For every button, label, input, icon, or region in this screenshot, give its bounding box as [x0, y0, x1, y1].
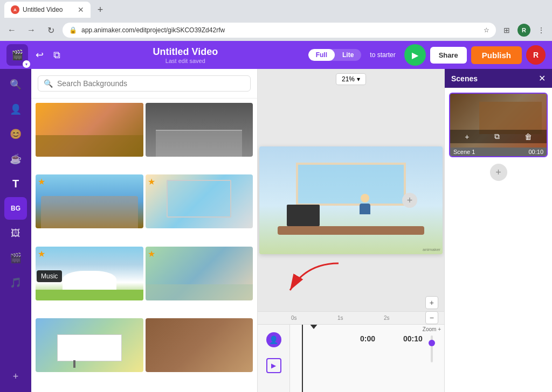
- watermark: animaker: [423, 247, 440, 252]
- share-button[interactable]: Share: [430, 47, 467, 64]
- add-scene-icon: +: [407, 195, 413, 206]
- browser-icons: ⊞ R ⋮: [500, 24, 548, 37]
- timeline-ruler: 0s 1s 2s 3s 4s 5s 6s 7s 8s 9s 10s: [258, 312, 444, 325]
- track-labels: 👤 ▶: [258, 325, 290, 392]
- play-icon: ▶: [412, 50, 418, 60]
- url-text: app.animaker.com/editproject/gikSKCO39Zd…: [81, 26, 479, 34]
- timeline-area: 0s 1s 2s 3s 4s 5s 6s 7s 8s 9s 10s: [258, 311, 444, 392]
- address-bar: ← → ↻ 🔒 app.animaker.com/editproject/gik…: [0, 19, 552, 41]
- bg-thumb-3[interactable]: ★: [36, 174, 143, 228]
- app: 🎬 ▾ ↩ ⧉ Untitled Video Last edit saved F…: [0, 41, 552, 392]
- app-toolbar: 🎬 ▾ ↩ ⧉ Untitled Video Last edit saved F…: [0, 41, 552, 69]
- timeline-cursor-head: [309, 325, 318, 329]
- add-scene-card[interactable]: +: [490, 164, 507, 181]
- browser-tab: A Untitled Video ✕: [4, 2, 91, 18]
- timeline-current-time: 00:10: [403, 334, 423, 343]
- scenes-panel: Scenes ✕ Scene 1 00:10 + ⧉ 🗑: [444, 69, 552, 392]
- ruler-mark-1: 1s: [336, 315, 383, 321]
- zoom-selector[interactable]: 21% ▾: [336, 73, 366, 85]
- star-badge-3: ★: [38, 249, 45, 259]
- sidebar-item-images[interactable]: 🖼: [4, 222, 27, 244]
- tab-title: Untitled Video: [23, 6, 74, 13]
- undo-button[interactable]: ↩: [33, 47, 46, 63]
- refresh-button[interactable]: ↻: [43, 23, 58, 38]
- forward-button[interactable]: →: [24, 23, 39, 38]
- backgrounds-grid: ★ ★ ★ ★: [31, 99, 257, 392]
- star-badge: ★: [38, 177, 45, 187]
- scenes-close-button[interactable]: ✕: [539, 73, 546, 83]
- bg-thumb-4[interactable]: ★: [146, 174, 253, 228]
- extensions-icon[interactable]: ⊞: [500, 24, 513, 37]
- bg-thumb-8[interactable]: [146, 318, 253, 372]
- scene1-label: Scene 1: [453, 149, 475, 155]
- zoom-slider[interactable]: [431, 335, 433, 362]
- user-avatar[interactable]: R: [526, 45, 546, 65]
- to-starter-button[interactable]: to starter: [365, 49, 399, 61]
- tab-favicon: A: [11, 5, 19, 14]
- bg-thumb-6[interactable]: ★: [146, 247, 253, 300]
- mode-toggle: Full Lite: [308, 49, 362, 61]
- last-saved-label: Last edit saved: [165, 58, 205, 64]
- music-tooltip: Music: [37, 270, 62, 282]
- profile-circle[interactable]: R: [518, 24, 530, 37]
- play-button[interactable]: ▶: [404, 44, 426, 66]
- lite-mode-button[interactable]: Lite: [335, 49, 361, 61]
- track-label-media: ▶: [263, 355, 285, 376]
- sidebar-item-search[interactable]: 🔍: [4, 73, 27, 96]
- sidebar-item-backgrounds[interactable]: BG: [4, 197, 27, 220]
- bg-thumb-1[interactable]: [36, 103, 143, 157]
- scene1-time: 00:10: [528, 149, 543, 155]
- tab-close-icon[interactable]: ✕: [78, 5, 84, 14]
- menu-icon[interactable]: ⋮: [535, 24, 548, 37]
- scene-label-bar: Scene 1 00:10: [450, 148, 547, 156]
- toolbar-center: Untitled Video Last edit saved: [153, 46, 218, 64]
- scene-copy-button[interactable]: ⧉: [494, 132, 500, 141]
- canvas-wrapper: ‹: [258, 89, 444, 311]
- backgrounds-panel: 🔍 ★: [31, 69, 258, 392]
- full-mode-button[interactable]: Full: [308, 49, 335, 61]
- star-icon: ☆: [484, 26, 489, 34]
- new-tab-button[interactable]: +: [93, 2, 108, 17]
- lock-icon: 🔒: [69, 26, 77, 34]
- zoom-value: 21%: [342, 75, 355, 83]
- publish-button[interactable]: Publish: [471, 46, 522, 64]
- sidebar-item-text[interactable]: T: [4, 172, 27, 195]
- scene-card-1[interactable]: Scene 1 00:10 + ⧉ 🗑: [449, 93, 548, 157]
- timeline-tracks: 👤 ▶ 0:00: [258, 325, 444, 392]
- ruler-mark-0: 0s: [290, 315, 336, 321]
- bg-thumb-2[interactable]: [146, 103, 253, 157]
- sidebar-item-video[interactable]: 🎬: [4, 247, 27, 269]
- sidebar-item-more[interactable]: +: [4, 365, 27, 388]
- bg-thumb-7[interactable]: [36, 318, 143, 372]
- track-content[interactable]: 0:00 00:10 👤 ▶: [290, 325, 444, 392]
- track-label-avatar: 👤: [263, 329, 285, 351]
- search-icon: 🔍: [44, 79, 53, 88]
- zoom-dropdown-icon: ▾: [357, 75, 360, 83]
- scenes-title: Scenes: [451, 74, 478, 83]
- scene-delete-button[interactable]: 🗑: [525, 132, 532, 141]
- timeline-cursor: [302, 325, 303, 392]
- timeline-cursor-time: 0:00: [360, 334, 375, 343]
- toolbar-right: Full Lite to starter ▶ Share Publish R: [308, 44, 546, 66]
- add-scene-button[interactable]: +: [402, 193, 417, 208]
- scene-add-button[interactable]: +: [465, 132, 469, 141]
- sidebar-item-faces[interactable]: 😊: [4, 123, 27, 145]
- sidebar-item-music[interactable]: 🎵: [4, 271, 27, 294]
- left-sidebar: 🔍 👤 😊 ☕ T BG 🖼 🎬 🎵 +: [0, 69, 31, 392]
- copy-button[interactable]: ⧉: [51, 47, 63, 63]
- search-input-container: 🔍: [38, 75, 251, 92]
- project-title: Untitled Video: [153, 46, 218, 58]
- search-input[interactable]: [57, 79, 245, 88]
- zoom-label: Zoom +: [423, 326, 441, 332]
- zoom-slider-handle: [429, 340, 435, 346]
- address-input[interactable]: 🔒 app.animaker.com/editproject/gikSKCO39…: [63, 23, 496, 38]
- sidebar-item-props[interactable]: ☕: [4, 148, 27, 170]
- zoom-in-button[interactable]: +: [425, 296, 438, 309]
- logo-icon: 🎬: [11, 49, 23, 61]
- scenes-header: Scenes ✕: [445, 69, 552, 88]
- zoom-controls: + − Zoom +: [423, 296, 441, 362]
- back-button[interactable]: ←: [4, 23, 19, 38]
- sidebar-item-characters[interactable]: 👤: [4, 98, 27, 121]
- app-logo[interactable]: 🎬 ▾: [6, 44, 28, 66]
- zoom-out-button[interactable]: −: [425, 311, 438, 324]
